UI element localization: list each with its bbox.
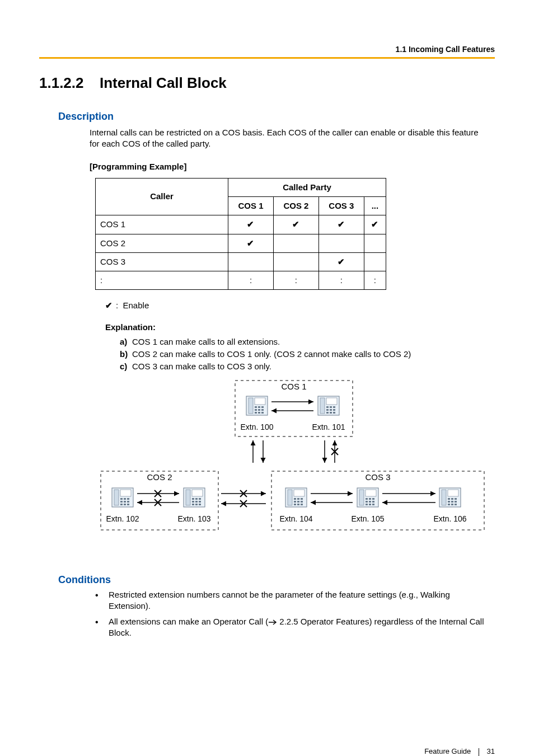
row-label: COS 3 bbox=[96, 252, 228, 271]
row-label: COS 1 bbox=[96, 215, 228, 234]
cell: : bbox=[228, 271, 274, 290]
description-body: Internal calls can be restricted on a CO… bbox=[90, 127, 489, 555]
arrow-right-icon bbox=[268, 619, 277, 625]
cell bbox=[273, 234, 318, 252]
diagram-ext101: Extn. 101 bbox=[312, 422, 345, 431]
diagram-ext105: Extn. 105 bbox=[351, 514, 384, 523]
cos-diagram: COS 1 Extn. 100 Extn. 101 COS 2 Extn. 10 bbox=[90, 376, 493, 555]
called-party-header: Called Party bbox=[228, 178, 386, 196]
description-text: Internal calls can be restricted on a CO… bbox=[90, 127, 489, 150]
page-footer: Feature Guide 31 bbox=[424, 747, 495, 756]
cell bbox=[364, 234, 386, 252]
cell bbox=[273, 252, 318, 271]
section-number: 1.1.2.2 bbox=[39, 74, 84, 92]
legend-colon: : bbox=[116, 300, 118, 310]
enable-label: Enable bbox=[123, 300, 149, 310]
header-rule bbox=[39, 57, 495, 59]
diagram-cos3-label: COS 3 bbox=[365, 472, 390, 482]
cell: ✔ bbox=[228, 215, 274, 234]
footer-guide: Feature Guide bbox=[424, 747, 471, 755]
exp-marker: a) bbox=[120, 336, 132, 348]
footer-separator bbox=[479, 748, 479, 756]
section-title: Internal Call Block bbox=[100, 74, 227, 92]
explanation-item: b)COS 2 can make calls to COS 1 only. (C… bbox=[120, 349, 489, 360]
exp-text: COS 2 can make calls to COS 1 only. (COS… bbox=[132, 349, 411, 359]
programming-example-label: [Programming Example] bbox=[90, 161, 489, 172]
cell bbox=[364, 252, 386, 271]
explanation-item: a)COS 1 can make calls to all extensions… bbox=[120, 336, 489, 348]
exp-marker: c) bbox=[120, 361, 132, 372]
col-more: ... bbox=[364, 197, 386, 215]
cell: ✔ bbox=[364, 215, 386, 234]
diagram-ext102: Extn. 102 bbox=[106, 514, 139, 523]
exp-text: COS 1 can make calls to all extensions. bbox=[132, 337, 280, 346]
explanation-block: Explanation: a)COS 1 can make calls to a… bbox=[105, 322, 489, 373]
conditions-heading: Conditions bbox=[58, 574, 495, 586]
row-label: COS 2 bbox=[96, 234, 228, 252]
enable-legend: ✔: Enable bbox=[105, 300, 489, 311]
cell: ✔ bbox=[228, 234, 274, 252]
table-row: COS 1 ✔ ✔ ✔ ✔ bbox=[96, 215, 386, 234]
table-header-row: Caller Called Party bbox=[96, 178, 386, 196]
table-row: COS 2 ✔ bbox=[96, 234, 386, 252]
header-breadcrumb: 1.1 Incoming Call Features bbox=[39, 45, 495, 54]
cell bbox=[228, 252, 274, 271]
condition-text-pre: All extensions can make an Operator Call… bbox=[109, 617, 268, 626]
cell: : bbox=[273, 271, 318, 290]
condition-text: Restricted extension numbers cannot be t… bbox=[109, 590, 450, 611]
diagram-cos1-label: COS 1 bbox=[281, 382, 306, 391]
cell: : bbox=[318, 271, 364, 290]
description-heading: Description bbox=[58, 111, 495, 123]
section-heading: 1.1.2.2 Internal Call Block bbox=[39, 74, 495, 92]
row-label: : bbox=[96, 271, 228, 290]
exp-text: COS 3 can make calls to COS 3 only. bbox=[132, 361, 271, 371]
diagram-ext100: Extn. 100 bbox=[240, 422, 273, 431]
page: 1.1 Incoming Call Features 1.1.2.2 Inter… bbox=[0, 0, 534, 756]
condition-item: All extensions can make an Operator Call… bbox=[90, 616, 489, 639]
footer-page-number: 31 bbox=[487, 747, 495, 755]
diagram-ext104: Extn. 104 bbox=[279, 514, 312, 523]
table-row: COS 3 ✔ bbox=[96, 252, 386, 271]
conditions-list: Restricted extension numbers cannot be t… bbox=[90, 589, 495, 639]
col-cos3: COS 3 bbox=[318, 197, 364, 215]
condition-link[interactable]: 2.2.5 Operator Features bbox=[277, 617, 369, 626]
table-row: : : : : : bbox=[96, 271, 386, 290]
diagram-ext103: Extn. 103 bbox=[177, 514, 210, 523]
cell: ✔ bbox=[318, 215, 364, 234]
condition-item: Restricted extension numbers cannot be t… bbox=[90, 589, 489, 612]
cell: : bbox=[364, 271, 386, 290]
diagram-cos2-label: COS 2 bbox=[147, 472, 172, 482]
explanation-heading: Explanation: bbox=[105, 322, 489, 333]
diagram-ext106: Extn. 106 bbox=[433, 514, 466, 523]
check-icon: ✔ bbox=[105, 300, 113, 310]
cos-table: Caller Called Party COS 1 COS 2 COS 3 ..… bbox=[95, 178, 386, 290]
col-cos1: COS 1 bbox=[228, 197, 274, 215]
cell bbox=[318, 234, 364, 252]
caller-header: Caller bbox=[96, 178, 228, 215]
exp-marker: b) bbox=[120, 349, 132, 360]
col-cos2: COS 2 bbox=[273, 197, 318, 215]
explanation-item: c)COS 3 can make calls to COS 3 only. bbox=[120, 361, 489, 372]
cell: ✔ bbox=[273, 215, 318, 234]
cell: ✔ bbox=[318, 252, 364, 271]
